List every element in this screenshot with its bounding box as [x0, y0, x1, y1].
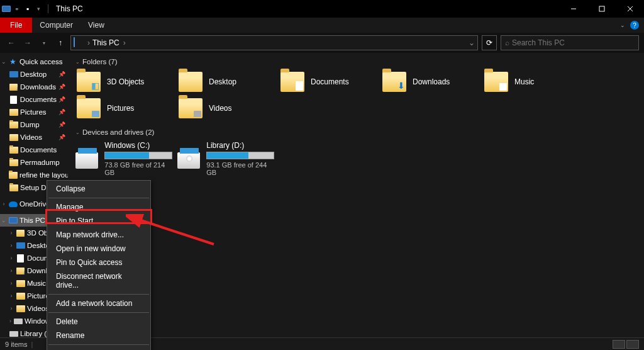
separator [48, 4, 48, 13]
view-details-button[interactable] [613, 340, 625, 349]
pin-icon: 📌 [58, 121, 65, 128]
up-button[interactable]: ↑ [54, 37, 67, 49]
sidebar-item-pictures[interactable]: Pictures📌 [0, 106, 68, 118]
separator [48, 198, 149, 198]
folder-downloads[interactable]: ⬇Downloads [381, 71, 479, 93]
pin-icon: 📌 [58, 84, 65, 90]
folder-music[interactable]: Music [483, 71, 581, 93]
drive-icon [177, 152, 200, 169]
pin-icon: 📌 [58, 71, 65, 77]
search-input[interactable]: ⌕ Search This PC [501, 35, 639, 50]
quick-access-toolbar: ▫ ▪ ▾ This PC [0, 4, 83, 13]
sidebar-item-permadump[interactable]: Permadump [0, 156, 68, 169]
separator [48, 294, 149, 295]
forward-button[interactable]: → [21, 37, 34, 49]
ribbon: File Computer View ⌄ ? [0, 18, 644, 33]
back-button[interactable]: ← [5, 37, 18, 49]
drive-usage-bar [104, 152, 172, 159]
sidebar-item-documents[interactable]: Documents📌 [0, 93, 68, 106]
address-pc-icon [74, 38, 84, 48]
ribbon-expand-icon[interactable]: ⌄ [620, 22, 625, 28]
help-icon[interactable]: ? [630, 21, 639, 30]
ctx-open-new-window[interactable]: Open in new window [47, 242, 150, 256]
svg-rect-1 [599, 6, 604, 11]
pin-icon: 📌 [58, 96, 65, 103]
sidebar-item-refine[interactable]: refine the layout [0, 169, 68, 181]
maximize-button[interactable] [587, 0, 616, 18]
refresh-button[interactable]: ⟳ [482, 35, 497, 50]
folder-documents[interactable]: Documents [279, 71, 377, 93]
sidebar-item-dump[interactable]: Dump📌 [0, 118, 68, 131]
app-icon [2, 4, 11, 13]
search-icon: ⌕ [505, 38, 509, 47]
ctx-map-network-drive[interactable]: Map network drive... [47, 228, 150, 242]
address-dropdown-icon[interactable]: ⌄ [469, 38, 475, 47]
qat-newfolder-icon[interactable]: ▪ [23, 4, 32, 13]
qat-dropdown-icon[interactable]: ▾ [34, 4, 43, 13]
pin-icon: 📌 [58, 109, 65, 115]
ctx-pin-quick-access[interactable]: Pin to Quick access [47, 256, 150, 269]
folder-3dobjects[interactable]: ◧3D Objects [75, 71, 174, 93]
drive-icon [75, 152, 98, 169]
tab-view[interactable]: View [80, 18, 112, 33]
sidebar-item-desktop[interactable]: Desktop📌 [0, 68, 68, 81]
sidebar-item-videos[interactable]: Videos📌 [0, 131, 68, 144]
ctx-properties[interactable]: Properties [47, 347, 150, 350]
drive-usage-bar [206, 152, 274, 159]
view-large-icons-button[interactable] [626, 340, 639, 349]
drives-grid: Windows (C:) 73.8 GB free of 214 GB Libr… [75, 141, 636, 176]
search-placeholder: Search This PC [512, 38, 565, 47]
folders-grid: ◧3D Objects Desktop Documents ⬇Downloads… [75, 71, 636, 120]
ctx-delete[interactable]: Delete [47, 315, 150, 329]
chevron-right-icon[interactable]: › [123, 38, 126, 47]
separator [48, 344, 149, 345]
sidebar-quick-access[interactable]: ⌄★Quick access [0, 55, 68, 68]
breadcrumb[interactable]: This PC [92, 38, 119, 47]
folder-videos[interactable]: Videos [177, 97, 275, 120]
recent-dropdown[interactable]: ▾ [38, 37, 50, 49]
sidebar-item-documents-2[interactable]: Documents [0, 144, 68, 156]
close-button[interactable] [616, 0, 644, 18]
ctx-disconnect-drive[interactable]: Disconnect network drive... [47, 269, 150, 292]
window-title: This PC [56, 4, 83, 13]
tab-file[interactable]: File [0, 18, 32, 33]
qat-properties-icon[interactable]: ▫ [13, 4, 21, 13]
sidebar-item-downloads[interactable]: Downloads📌 [0, 81, 68, 93]
chevron-down-icon: ⌄ [75, 130, 80, 135]
ctx-rename[interactable]: Rename [47, 329, 150, 342]
folder-desktop[interactable]: Desktop [177, 71, 275, 93]
ctx-manage[interactable]: Manage [47, 200, 150, 214]
ctx-collapse[interactable]: Collapse [47, 182, 150, 196]
titlebar: ▫ ▪ ▾ This PC [0, 0, 644, 18]
drive-d[interactable]: Library (D:) 93.1 GB free of 244 GB [177, 141, 275, 176]
navigation-bar: ← → ▾ ↑ › This PC › ⌄ ⟳ ⌕ Search This PC [0, 33, 644, 53]
separator [48, 312, 149, 313]
section-drives-header[interactable]: ⌄Devices and drives (2) [75, 128, 636, 136]
minimize-button[interactable] [559, 0, 587, 18]
drive-c[interactable]: Windows (C:) 73.8 GB free of 214 GB [75, 141, 174, 176]
pin-icon: 📌 [58, 134, 65, 140]
tab-computer[interactable]: Computer [32, 18, 80, 33]
ctx-add-network-location[interactable]: Add a network location [47, 296, 150, 310]
content-pane: ⌄Folders (7) ◧3D Objects Desktop Documen… [68, 53, 644, 337]
chevron-down-icon: ⌄ [75, 59, 80, 65]
window-controls [559, 0, 644, 18]
status-text: 9 items [5, 341, 27, 348]
ctx-pin-start[interactable]: Pin to Start [47, 214, 150, 228]
chevron-right-icon[interactable]: › [87, 38, 90, 47]
address-bar[interactable]: › This PC › ⌄ [70, 35, 478, 50]
context-menu: Collapse Manage Pin to Start Map network… [47, 180, 151, 350]
section-folders-header[interactable]: ⌄Folders (7) [75, 58, 636, 65]
folder-pictures[interactable]: Pictures [75, 97, 174, 120]
